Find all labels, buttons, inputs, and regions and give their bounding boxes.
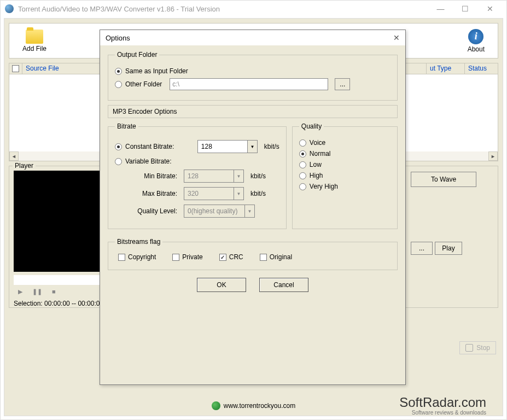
softradar-logo: SoftRadar.com: [399, 395, 486, 410]
same-folder-option[interactable]: Same as Input Folder: [115, 67, 391, 75]
about-button[interactable]: i About: [457, 28, 496, 54]
max-bitrate-combo: 320 ▼: [184, 187, 244, 200]
close-button[interactable]: ✕: [477, 1, 502, 17]
to-wave-button[interactable]: To Wave: [411, 172, 476, 187]
constant-bitrate-option[interactable]: Constant Bitrate: 128 ▼ kbit/s: [115, 140, 279, 153]
about-label: About: [468, 45, 485, 53]
same-folder-radio[interactable]: [115, 68, 122, 75]
play-output-button[interactable]: Play: [435, 242, 462, 255]
scroll-left-button[interactable]: ◄: [9, 151, 19, 161]
titlebar: Torrent Audio/Video to MP3/WAV Converter…: [1, 1, 506, 17]
stop-label: Stop: [476, 344, 490, 352]
quality-low-radio[interactable]: [299, 161, 306, 168]
variable-bitrate-label: Variable Bitrate:: [125, 158, 172, 165]
original-label: Original: [270, 253, 292, 261]
info-icon: i: [468, 29, 483, 44]
copyright-label: Copyright: [128, 253, 156, 261]
other-folder-option[interactable]: Other Folder ...: [115, 78, 391, 90]
type-column[interactable]: ut Type: [427, 63, 465, 74]
status-column[interactable]: Status: [465, 63, 498, 74]
chevron-down-icon[interactable]: ▼: [247, 141, 257, 153]
stop-button[interactable]: Stop: [459, 341, 496, 354]
other-folder-radio[interactable]: [115, 81, 122, 88]
dialog-body: Output Folder Same as Input Folder Other…: [100, 45, 405, 298]
cancel-button[interactable]: Cancel: [259, 278, 308, 292]
chevron-down-icon: ▼: [244, 205, 254, 217]
globe-icon: [212, 401, 220, 410]
dialog-close-button[interactable]: ✕: [393, 33, 400, 42]
variable-bitrate-option[interactable]: Variable Bitrate:: [115, 158, 279, 165]
quality-veryhigh-option[interactable]: Very High: [299, 183, 391, 190]
window-controls: — ☐ ✕: [428, 1, 502, 17]
max-bitrate-value: 320: [184, 190, 234, 197]
quality-low-label: Low: [310, 161, 322, 168]
copyright-checkbox[interactable]: [118, 254, 125, 261]
cbr-value: 128: [198, 143, 247, 150]
scroll-right-button[interactable]: ►: [488, 151, 498, 161]
bitrate-group: Bitrate Constant Bitrate: 128 ▼ kbit/s V…: [108, 122, 287, 229]
quality-normal-radio[interactable]: [299, 150, 306, 158]
player-label: Player: [13, 162, 36, 170]
chevron-down-icon: ▼: [234, 170, 243, 182]
browse-output-button[interactable]: ...: [411, 242, 433, 255]
quality-normal-option[interactable]: Normal: [299, 150, 391, 158]
output-path-input[interactable]: [170, 78, 328, 90]
min-unit: kbit/s: [250, 172, 266, 180]
chevron-down-icon: ▼: [234, 188, 243, 200]
other-folder-label: Other Folder: [125, 80, 162, 88]
min-bitrate-value: 128: [184, 172, 234, 180]
website-link[interactable]: www.torrentrockyou.com: [224, 402, 295, 410]
quality-high-option[interactable]: High: [299, 172, 391, 179]
app-icon: [5, 4, 14, 13]
constant-bitrate-label: Constant Bitrate:: [125, 143, 174, 150]
constant-bitrate-radio[interactable]: [115, 143, 122, 150]
softradar-tagline: Software reviews & downloads: [412, 410, 486, 416]
ok-button[interactable]: OK: [197, 278, 246, 292]
dialog-title: Options: [106, 34, 393, 42]
crc-label: CRC: [229, 253, 243, 261]
bitstreams-legend: Bitstreams flag: [115, 238, 162, 246]
variable-bitrate-radio[interactable]: [115, 158, 122, 165]
browse-folder-button[interactable]: ...: [335, 78, 350, 90]
quality-high-label: High: [310, 172, 323, 179]
quality-level-value: 0(highest quality): [184, 207, 244, 215]
cbr-combo[interactable]: 128 ▼: [197, 140, 258, 153]
window-title: Torrent Audio/Video to MP3/WAV Converter…: [18, 5, 428, 13]
crc-checkbox[interactable]: [219, 254, 226, 261]
quality-legend: Quality: [299, 122, 324, 130]
quality-veryhigh-label: Very High: [310, 183, 338, 190]
maximize-button[interactable]: ☐: [453, 1, 477, 17]
quality-level-label: Quality Level:: [115, 207, 180, 215]
same-folder-label: Same as Input Folder: [125, 67, 188, 75]
private-option[interactable]: Private: [172, 253, 202, 261]
min-bitrate-label: Min Bitrate:: [115, 172, 180, 180]
bitstreams-flag-group: Bitstreams flag Copyright Private CRC Or…: [108, 238, 398, 270]
private-checkbox[interactable]: [172, 254, 179, 261]
crc-option[interactable]: CRC: [219, 253, 243, 261]
checkbox-column[interactable]: [9, 63, 22, 74]
original-checkbox[interactable]: [260, 254, 267, 261]
add-file-button[interactable]: Add File: [11, 28, 57, 54]
quality-level-combo: 0(highest quality) ▼: [184, 205, 255, 218]
min-bitrate-combo: 128 ▼: [184, 170, 244, 183]
quality-high-radio[interactable]: [299, 172, 306, 179]
dialog-buttons: OK Cancel: [108, 278, 398, 292]
quality-group: Quality Voice Normal Low High: [292, 122, 398, 229]
copyright-option[interactable]: Copyright: [118, 253, 156, 261]
quality-low-option[interactable]: Low: [299, 161, 391, 168]
bitrate-legend: Bitrate: [115, 122, 138, 130]
quality-veryhigh-radio[interactable]: [299, 183, 306, 190]
pause-icon[interactable]: ❚❚: [32, 288, 42, 295]
max-unit: kbit/s: [250, 190, 266, 197]
stop-icon[interactable]: ■: [52, 288, 56, 295]
quality-voice-radio[interactable]: [299, 139, 306, 147]
private-label: Private: [182, 253, 202, 261]
minimize-button[interactable]: —: [428, 1, 453, 17]
right-column: To Wave ... Play: [411, 172, 498, 255]
original-option[interactable]: Original: [260, 253, 292, 261]
quality-voice-label: Voice: [310, 139, 325, 147]
add-file-label: Add File: [22, 45, 46, 52]
quality-voice-option[interactable]: Voice: [299, 139, 391, 147]
max-bitrate-label: Max Bitrate:: [115, 190, 180, 197]
play-icon[interactable]: ▶: [18, 288, 22, 295]
